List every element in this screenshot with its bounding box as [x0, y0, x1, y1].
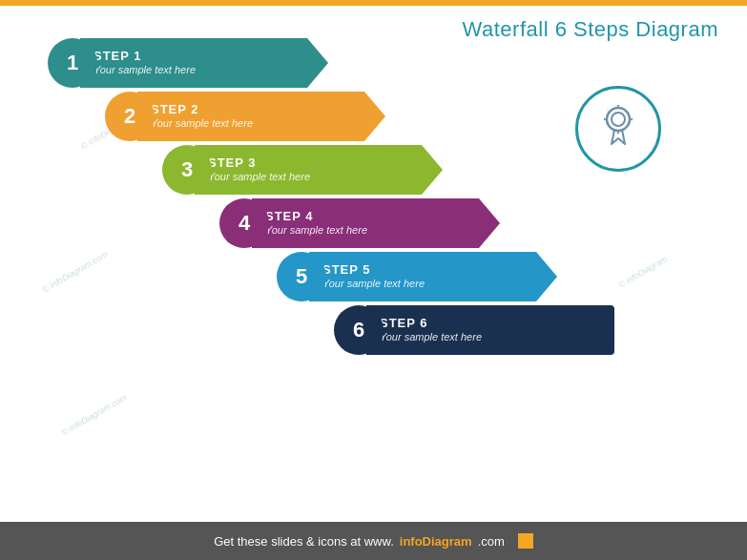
step-label-4: STEP 4 [265, 210, 471, 223]
step-number-2: 2 [124, 104, 135, 129]
step-label-2: STEP 2 [151, 103, 357, 116]
top-border [0, 0, 747, 6]
step-circle-2: 2 [105, 92, 155, 141]
step-row-1: 1 STEP 1 Your sample text here [48, 38, 614, 88]
watermark-4: © infoDiagram [617, 254, 670, 289]
step-number-4: 4 [239, 211, 250, 236]
footer-text-prefix: Get these slides & icons at www. [214, 534, 394, 549]
step-number-5: 5 [296, 264, 307, 289]
watermark-3: © infoDiagram.com [60, 392, 129, 437]
step-banner-2: STEP 2 Your sample text here [137, 92, 385, 141]
footer-brand: infoDiagram [400, 534, 472, 549]
step-circle-5: 5 [277, 252, 326, 301]
step-banner-4: STEP 4 Your sample text here [252, 198, 500, 248]
step-circle-6: 6 [334, 305, 384, 355]
step-label-6: STEP 6 [380, 317, 586, 330]
step-row-4: 4 STEP 4 Your sample text here [219, 198, 614, 248]
step-label-5: STEP 5 [322, 263, 529, 277]
step-subtitle-1: Your sample text here [93, 63, 300, 76]
step-banner-1: STEP 1 Your sample text here [80, 38, 328, 88]
step-number-1: 1 [67, 51, 78, 75]
step-subtitle-3: Your sample text here [208, 170, 414, 183]
step-circle-3: 3 [162, 145, 212, 195]
step-label-3: STEP 3 [208, 156, 414, 170]
step-subtitle-4: Your sample text here [265, 223, 471, 237]
step-number-6: 6 [353, 318, 364, 342]
step-circle-4: 4 [219, 198, 269, 248]
step-row-2: 2 STEP 2 Your sample text here [105, 92, 614, 141]
footer-orange-square [518, 533, 533, 549]
footer-text-suffix: .com [478, 534, 505, 549]
step-banner-6: STEP 6 Your sample text here [366, 305, 614, 355]
step-row-5: 5 STEP 5 Your sample text here [277, 252, 614, 301]
step-label-1: STEP 1 [93, 50, 300, 63]
step-banner-5: STEP 5 Your sample text here [309, 252, 557, 301]
step-subtitle-2: Your sample text here [151, 116, 357, 130]
step-circle-1: 1 [48, 38, 97, 88]
step-subtitle-5: Your sample text here [322, 277, 529, 290]
step-row-3: 3 STEP 3 Your sample text here [162, 145, 614, 195]
footer-bar: Get these slides & icons at www. infoDia… [0, 522, 747, 560]
step-banner-3: STEP 3 Your sample text here [195, 145, 443, 195]
step-row-6: 6 STEP 6 Your sample text here [334, 305, 614, 355]
step-number-3: 3 [181, 157, 193, 182]
step-subtitle-6: Your sample text here [380, 330, 586, 343]
steps-container: 1 STEP 1 Your sample text here 2 STEP 2 … [19, 38, 614, 359]
